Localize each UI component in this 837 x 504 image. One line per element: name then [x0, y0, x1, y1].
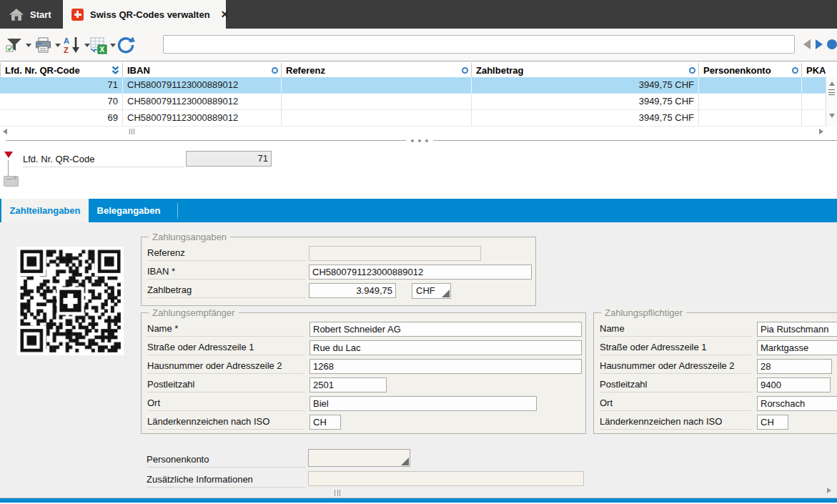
sort-descending-icon[interactable] — [111, 66, 120, 75]
payee-zip-input[interactable] — [309, 377, 387, 392]
svg-text:Z: Z — [64, 46, 69, 54]
record-header-pane: Lfd. Nr. QR-Code 71 — [0, 137, 837, 199]
referenz-label: Referenz — [147, 245, 306, 261]
swiss-flag-icon — [71, 9, 84, 21]
payee-number-label: Hausnummer oder Adresszeile 2 — [147, 358, 304, 374]
detail-content: Zahlungsangaben Referenz IBAN * Zahlbetr… — [0, 222, 837, 498]
scroll-right-icon[interactable] — [827, 488, 831, 493]
horizontal-scrollbar[interactable] — [0, 127, 837, 137]
column-header-iban[interactable]: IBAN — [123, 63, 282, 77]
window-bottom-border — [0, 498, 837, 503]
filter-dropdown-caret[interactable] — [26, 44, 31, 47]
active-tab-title: Swiss QR-Codes verwalten — [90, 9, 210, 20]
tab-zahlteilangaben[interactable]: Zahlteilangaben — [1, 199, 89, 222]
payee-country-input[interactable] — [309, 415, 341, 430]
payer-group: Zahlungspflichtiger Name Straße oder Adr… — [593, 312, 837, 434]
tab-swiss-qr-codes[interactable]: Swiss QR-Codes verwalten ✕ — [63, 0, 226, 29]
payee-city-label: Ort — [147, 395, 304, 411]
zusatzinfo-input[interactable] — [308, 471, 584, 486]
vertical-scrollbar[interactable] — [826, 76, 837, 127]
previous-record-icon[interactable] — [803, 39, 811, 49]
filter-circle-icon[interactable] — [272, 67, 278, 74]
payer-name-input[interactable] — [757, 322, 837, 337]
print-icon — [34, 36, 52, 54]
table-header-row: Lfd. Nr. QR-Code IBAN Referenz Zahlbetra… — [0, 63, 826, 77]
filter-circle-icon[interactable] — [689, 67, 695, 74]
svg-text:A: A — [64, 36, 69, 45]
sort-az-icon: A Z — [63, 36, 81, 54]
scroll-right-icon[interactable] — [819, 129, 823, 134]
splitter-handle[interactable] — [406, 137, 433, 144]
tab-start[interactable]: Start — [0, 0, 63, 29]
scroll-down-icon[interactable] — [829, 114, 835, 118]
payee-zip-label: Postleitzahl — [147, 377, 304, 392]
filter-icon — [6, 36, 23, 54]
refresh-button[interactable] — [116, 35, 136, 55]
refresh-icon — [116, 35, 136, 55]
payer-legend: Zahlungspflichtiger — [601, 307, 686, 318]
payer-number-input[interactable] — [757, 359, 832, 374]
print-dropdown-caret[interactable] — [55, 44, 61, 47]
payer-street-input[interactable] — [757, 340, 837, 355]
scroll-left-icon[interactable] — [3, 129, 7, 134]
window-tab-bar: Start Swiss QR-Codes verwalten ✕ — [0, 0, 837, 29]
swiss-qr-code-image — [17, 247, 124, 355]
record-indicator-icon[interactable] — [827, 39, 837, 49]
payer-number-label: Hausnummer oder Adresszeile 2 — [600, 358, 751, 374]
tab-belegangaben[interactable]: Belegangaben — [89, 199, 169, 222]
payer-city-label: Ort — [600, 395, 751, 411]
application-window: Start Swiss QR-Codes verwalten ✕ — [0, 0, 837, 504]
pane-resize-grip[interactable] — [335, 490, 340, 496]
payer-street-label: Straße oder Adresszeile 1 — [600, 340, 751, 355]
home-icon — [9, 7, 24, 22]
filter-button[interactable] — [6, 35, 31, 55]
filter-circle-icon[interactable] — [792, 67, 798, 74]
export-excel-button[interactable]: X — [89, 35, 116, 55]
sort-button[interactable]: A Z — [63, 35, 90, 55]
column-header-referenz[interactable]: Referenz — [282, 63, 472, 77]
table-row[interactable]: 69 CH5800791123000889012 3949,75 CHF — [0, 110, 826, 127]
currency-combobox[interactable]: CHF — [412, 283, 451, 299]
column-header-lfd-nr[interactable]: Lfd. Nr. QR-Code — [0, 63, 123, 77]
payee-street-label: Straße oder Adresszeile 1 — [147, 340, 304, 355]
column-header-zahlbetrag[interactable]: Zahlbetrag — [472, 63, 699, 77]
payee-name-input[interactable] — [309, 322, 582, 337]
payer-country-input[interactable] — [757, 415, 788, 430]
column-header-personenkonto[interactable]: Personenkonto — [699, 63, 802, 77]
payee-legend: Zahlungsempfänger — [149, 307, 239, 318]
payee-city-input[interactable] — [309, 396, 537, 411]
scroll-up-icon[interactable] — [829, 81, 835, 86]
payee-name-label: Name * — [147, 321, 304, 337]
payee-group: Zahlungsempfänger Name * Straße oder Adr… — [141, 312, 586, 434]
iban-input[interactable] — [309, 265, 532, 280]
next-record-icon[interactable] — [816, 39, 823, 49]
column-header-pka[interactable]: PKA — [802, 63, 826, 77]
payee-number-input[interactable] — [309, 359, 582, 374]
zahlbetrag-input[interactable] — [309, 283, 396, 298]
tab-separator — [177, 203, 178, 218]
qr-codes-table: Lfd. Nr. QR-Code IBAN Referenz Zahlbetra… — [0, 61, 837, 127]
payer-name-label: Name — [600, 321, 751, 337]
print-record-icon[interactable] — [4, 176, 19, 187]
column-resize-grip[interactable] — [129, 129, 134, 134]
iban-label: IBAN * — [147, 264, 306, 280]
table-row[interactable]: 70 CH5800791123000889012 3949,75 CHF — [0, 94, 826, 110]
table-row[interactable]: 71 CH5800791123000889012 3949,75 CHF — [0, 77, 826, 94]
close-tab-icon[interactable]: ✕ — [221, 9, 229, 20]
print-button[interactable] — [34, 35, 61, 55]
zahlbetrag-label: Zahlbetrag — [147, 282, 306, 298]
filter-circle-icon[interactable] — [462, 67, 468, 74]
export-dropdown-caret[interactable] — [110, 44, 116, 47]
payee-street-input[interactable] — [309, 340, 582, 355]
payer-city-input[interactable] — [757, 396, 837, 411]
referenz-input[interactable] — [309, 246, 481, 261]
payment-details-group: Zahlungsangaben Referenz IBAN * Zahlbetr… — [141, 237, 536, 306]
payer-zip-input[interactable] — [757, 377, 831, 392]
scrollbar-thumb[interactable] — [828, 89, 835, 95]
personenkonto-combobox[interactable] — [308, 449, 410, 467]
payer-country-label: Länderkennzeichen nach ISO — [600, 414, 751, 430]
search-input[interactable] — [163, 35, 795, 54]
record-id-label: Lfd. Nr. QR-Code — [23, 151, 184, 167]
payment-details-legend: Zahlungsangaben — [149, 232, 230, 242]
personenkonto-label: Personenkonto — [147, 452, 306, 468]
